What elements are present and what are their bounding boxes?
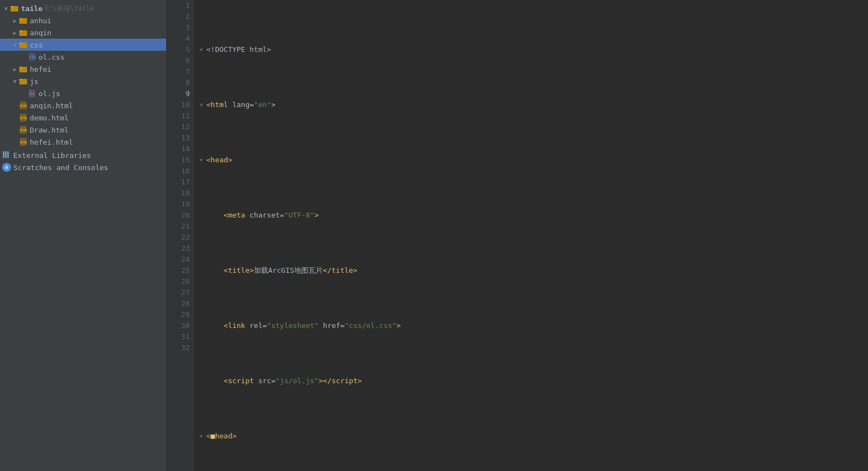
line-num-5: 5: [167, 44, 190, 55]
tree-label-hefei: hefei: [30, 65, 51, 73]
line-num-12: 12: [167, 121, 190, 133]
svg-rect-11: [19, 67, 23, 68]
expand-arrow-js: ▼: [11, 77, 19, 85]
fold-8[interactable]: ▼: [200, 431, 206, 442]
line-num-8: 8: [167, 77, 190, 88]
svg-rect-7: [19, 43, 23, 44]
fold-3[interactable]: ▼: [200, 155, 206, 166]
svg-text:HTML: HTML: [20, 140, 27, 144]
code-line-5: ▼ <title> 加载ArcGIS地图瓦片 </title>: [200, 265, 868, 276]
line-num-19: 19: [167, 199, 190, 210]
tree-item-ol-js[interactable]: ▶ 101 ol.js: [0, 87, 166, 99]
line-numbers: 1 2 3 4 5 6 7 8 9 10 11 12 13 14 15 16 1…: [167, 0, 194, 471]
line-num-31: 31: [167, 331, 190, 342]
svg-rect-25: [5, 151, 7, 158]
line-num-28: 28: [167, 298, 190, 309]
file-icon-draw-html: HTML: [19, 125, 28, 134]
svg-rect-26: [7, 151, 9, 158]
line-num-6: 6: [167, 55, 190, 66]
tree-item-anqin[interactable]: ▶ anqin: [0, 27, 166, 39]
external-libraries-item[interactable]: External Libraries: [0, 149, 166, 161]
line-num-13: 13: [167, 133, 190, 144]
line-num-22: 22: [167, 232, 190, 243]
spacer-demo-html: ▶: [11, 114, 19, 121]
line-num-23: 23: [167, 243, 190, 254]
folder-icon-css: [19, 40, 28, 49]
folder-icon-js: [19, 77, 28, 86]
svg-text:101: 101: [29, 92, 35, 96]
tree-label-ol-css: ol.css: [39, 53, 65, 61]
code-line-2: ▼ <html lang = "en" >: [200, 99, 868, 110]
line-num-3: 3: [167, 22, 190, 33]
tree-item-hefei[interactable]: ▶ hefei: [0, 63, 166, 75]
svg-text:HTML: HTML: [20, 116, 27, 120]
svg-rect-5: [19, 30, 23, 31]
tree-item-taile[interactable]: ▼ taile E:\前端\taile: [0, 2, 166, 14]
line-num-9: 9: [167, 88, 190, 99]
line-num-27: 27: [167, 287, 190, 298]
file-icon-demo-html: HTML: [19, 113, 28, 122]
fold-7: ▼: [200, 375, 206, 387]
tree-item-draw-html[interactable]: ▶ HTML Draw.html: [0, 124, 166, 136]
external-libraries-label: External Libraries: [13, 151, 91, 160]
file-icon-ol-css: CSS: [28, 52, 36, 61]
tree-item-demo-html[interactable]: ▶ HTML demo.html: [0, 112, 166, 124]
fold-4: ▼: [200, 210, 206, 221]
fold-1[interactable]: ▼: [200, 44, 206, 55]
tree-label-demo-html: demo.html: [30, 114, 68, 122]
tree-label-ol-js: ol.js: [39, 89, 60, 98]
tree-item-anqin-html[interactable]: ▶ HTML anqin.html: [0, 99, 166, 112]
expand-arrow-anhui: ▶: [11, 17, 19, 24]
code-line-1: ▼ <!DOCTYPE html>: [200, 44, 868, 55]
folder-icon-taile: [10, 4, 19, 13]
sidebar: ▼ taile E:\前端\taile ▶ anhui ▶ anqin ▼: [0, 0, 167, 471]
tree-item-js[interactable]: ▼ js: [0, 75, 166, 87]
folder-icon-hefei: [19, 65, 28, 73]
line-num-2: 2: [167, 11, 190, 22]
fold-5: ▼: [200, 265, 206, 276]
code-line-8: ▼ < ■ head>: [200, 431, 868, 442]
folder-icon-anhui: [19, 16, 28, 25]
svg-text:HTML: HTML: [20, 104, 27, 108]
editor-content: 1 2 3 4 5 6 7 8 9 10 11 12 13 14 15 16 1…: [167, 0, 868, 471]
spacer-ol-css: ▶: [20, 53, 28, 61]
tree-item-css[interactable]: ▼ css: [0, 39, 166, 51]
line-num-18: 18: [167, 188, 190, 199]
file-tree: ▼ taile E:\前端\taile ▶ anhui ▶ anqin ▼: [0, 0, 166, 471]
line-num-32: 32: [167, 342, 190, 353]
folder-icon-anqin: [19, 28, 28, 37]
tree-label-hefei-html: hefei.html: [30, 138, 73, 146]
tree-label-anqin: anqin: [30, 29, 51, 37]
line-num-17: 17: [167, 177, 190, 188]
code-line-7: ▼ <script src = "js/ol.js" ></script>: [200, 375, 868, 387]
tree-item-anhui[interactable]: ▶ anhui: [0, 14, 166, 27]
line-num-1: 1: [167, 0, 190, 11]
code-line-3: ▼ <head>: [200, 155, 868, 166]
spacer-draw-html: ▶: [11, 126, 19, 134]
svg-text:HTML: HTML: [20, 128, 27, 132]
code-editor[interactable]: ▼ <!DOCTYPE html> ▼ <html lang = "en" > …: [194, 0, 868, 471]
tree-item-hefei-html[interactable]: ▶ HTML hefei.html: [0, 136, 166, 148]
svg-text:CSS: CSS: [29, 55, 36, 60]
line-num-24: 24: [167, 254, 190, 265]
svg-rect-3: [19, 18, 23, 19]
scratch-icon: ⊙: [2, 163, 11, 172]
line-num-25: 25: [167, 265, 190, 276]
editor-panel: 1 2 3 4 5 6 7 8 9 10 11 12 13 14 15 16 1…: [167, 0, 868, 471]
tree-item-ol-css[interactable]: ▶ CSS ol.css: [0, 51, 166, 63]
line-num-15: 15: [167, 155, 190, 166]
line-num-26: 26: [167, 276, 190, 287]
scratches-consoles-item[interactable]: ⊙ Scratches and Consoles: [0, 161, 166, 173]
line-num-30: 30: [167, 320, 190, 331]
line-num-14: 14: [167, 144, 190, 155]
file-icon-anqin-html: HTML: [19, 101, 28, 110]
file-icon-ol-js: 101: [28, 89, 36, 98]
tree-label-css: css: [30, 41, 42, 49]
tree-label-taile: taile: [21, 4, 42, 13]
tree-label-draw-html: Draw.html: [30, 126, 68, 134]
code-line-4: ▼ <meta charset = "UTF-8" >: [200, 210, 868, 221]
fold-2[interactable]: ▼: [200, 99, 206, 110]
fold-6: ▼: [200, 320, 206, 331]
spacer-hefei-html: ▶: [11, 138, 19, 146]
tree-label-anhui: anhui: [30, 17, 51, 25]
